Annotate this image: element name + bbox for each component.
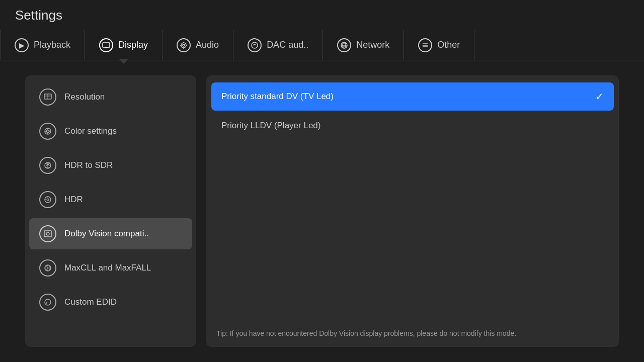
custom-edid-icon: E: [39, 294, 56, 311]
color-settings-label: Color settings: [64, 126, 117, 136]
svg-text:E: E: [46, 301, 49, 305]
dolby-vision-label: Dolby Vision compati..: [64, 229, 149, 239]
option-priority-standard-dv[interactable]: Priority standard DV (TV Led) ✓: [211, 82, 614, 111]
svg-point-9: [252, 42, 258, 48]
svg-rect-36: [44, 231, 51, 237]
tab-network-label: Network: [356, 40, 389, 50]
resolution-label: Resolution: [64, 92, 105, 102]
svg-point-3: [181, 43, 186, 48]
tip-text: Tip: If you have not encountered Dolby V…: [206, 320, 619, 347]
hdr-icon: [39, 191, 56, 208]
svg-point-31: [47, 199, 49, 201]
display-icon: [99, 38, 113, 52]
tab-bar: ▶ Playback Display Audio: [0, 30, 644, 60]
svg-line-45: [49, 269, 50, 270]
tab-audio[interactable]: Audio: [163, 30, 233, 60]
left-panel: Resolution Color settings: [25, 75, 196, 347]
tab-dac[interactable]: DAC aud..: [233, 30, 323, 60]
svg-point-22: [47, 130, 49, 133]
other-icon: [418, 38, 432, 52]
resolution-icon: [39, 88, 56, 106]
menu-item-dolby-vision[interactable]: Dolby Vision compati..: [29, 218, 192, 249]
hdr-to-sdr-label: HDR to SDR: [64, 160, 113, 170]
audio-icon: [177, 38, 191, 52]
page-header: Settings: [0, 0, 644, 30]
tab-playback-label: Playback: [34, 40, 70, 50]
option-priority-lldv-label: Priority LLDV (Player Led): [221, 121, 320, 131]
color-settings-icon: [39, 123, 56, 140]
menu-item-hdr-to-sdr[interactable]: HDR to SDR: [29, 150, 192, 181]
option-priority-lldv[interactable]: Priority LLDV (Player Led): [211, 113, 614, 139]
dolby-vision-icon: [39, 225, 56, 242]
svg-point-37: [46, 232, 49, 235]
tab-audio-label: Audio: [196, 40, 219, 50]
tab-other[interactable]: Other: [404, 30, 474, 60]
svg-point-39: [47, 267, 49, 269]
menu-item-hdr[interactable]: HDR: [29, 184, 192, 215]
menu-item-maxcll[interactable]: MaxCLL and MaxFALL: [29, 252, 192, 284]
custom-edid-label: Custom EDID: [64, 297, 117, 307]
hdr-label: HDR: [64, 195, 83, 205]
menu-item-resolution[interactable]: Resolution: [29, 81, 192, 113]
right-panel: Priority standard DV (TV Led) ✓ Priority…: [206, 75, 619, 347]
maxcll-label: MaxCLL and MaxFALL: [64, 263, 151, 273]
tab-playback[interactable]: ▶ Playback: [0, 30, 85, 60]
option-list: Priority standard DV (TV Led) ✓ Priority…: [206, 75, 619, 320]
menu-item-color-settings[interactable]: Color settings: [29, 116, 192, 147]
svg-point-4: [183, 44, 185, 46]
network-icon: [337, 38, 351, 52]
tab-network[interactable]: Network: [323, 30, 404, 60]
menu-item-custom-edid[interactable]: E Custom EDID: [29, 287, 192, 318]
tab-display[interactable]: Display: [85, 30, 163, 60]
check-icon: ✓: [595, 90, 604, 103]
svg-line-44: [46, 266, 47, 267]
svg-rect-0: [103, 43, 110, 47]
dac-icon: [248, 38, 262, 52]
playback-icon: ▶: [15, 38, 29, 52]
page-title: Settings: [15, 8, 62, 23]
main-content: Resolution Color settings: [0, 60, 644, 362]
svg-line-46: [49, 266, 50, 267]
tab-display-label: Display: [118, 40, 148, 50]
option-priority-standard-dv-label: Priority standard DV (TV Led): [221, 92, 334, 102]
tab-other-label: Other: [437, 40, 460, 50]
svg-line-47: [46, 269, 47, 270]
hdr-to-sdr-icon: [39, 157, 56, 174]
maxcll-icon: [39, 259, 56, 277]
tab-dac-label: DAC aud..: [267, 40, 308, 50]
